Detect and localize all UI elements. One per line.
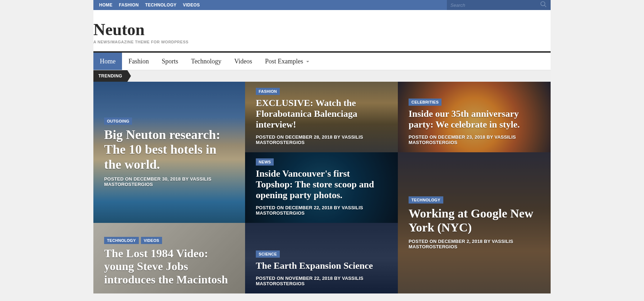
post-tile[interactable]: CELEBRITIES Inside our 35th anniversary … <box>398 82 551 152</box>
topnav-fashion[interactable]: FASHION <box>119 3 138 8</box>
post-tile[interactable]: NEWS Inside Vancouver's first Topshop: T… <box>245 152 398 223</box>
nav-post-examples[interactable]: Post Examples <box>259 53 316 70</box>
nav-fashion[interactable]: Fashion <box>122 53 155 70</box>
search-input[interactable] <box>450 3 540 8</box>
nav-home[interactable]: Home <box>93 53 122 70</box>
site-header: Neuton A NEWS/MAGAZINE THEME FOR WORDPRE… <box>93 10 551 51</box>
post-meta: POSTED ON NOVEMBER 22, 2018 BY VASSILIS … <box>256 276 387 286</box>
post-title: Inside our 35th anniversary party: We ce… <box>409 109 540 130</box>
chevron-down-icon <box>306 58 309 65</box>
post-title: The Lost 1984 Video: young Steve Jobs in… <box>104 247 234 286</box>
category-badge[interactable]: FASHION <box>256 88 280 95</box>
trending-label: TRENDING <box>93 70 127 82</box>
post-meta: POSTED ON DECEMBER 2, 2018 BY VASSILIS M… <box>409 239 540 249</box>
category-badge[interactable]: NEWS <box>256 158 274 166</box>
post-title: The Earth Expansion Science <box>256 261 387 271</box>
category-badge[interactable]: OUTGOING <box>104 118 132 125</box>
site-tagline: A NEWS/MAGAZINE THEME FOR WORDPRESS <box>93 40 551 44</box>
post-meta: POSTED ON DECEMBER 22, 2018 BY VASSILIS … <box>256 205 387 216</box>
svg-line-1 <box>545 5 546 7</box>
post-tile[interactable]: SCIENCE The Earth Expansion Science POST… <box>245 223 398 293</box>
search-icon[interactable] <box>540 1 547 9</box>
category-badge[interactable]: SCIENCE <box>256 250 280 258</box>
post-tile[interactable]: TECHNOLOGY VIDEOS The Lost 1984 Video: y… <box>93 223 245 293</box>
top-nav: HOME FASHION TECHNOLOGY VIDEOS <box>99 3 200 8</box>
topnav-technology[interactable]: TECHNOLOGY <box>145 3 177 8</box>
post-tile[interactable]: FASHION EXCLUSIVE: Watch the Florabotani… <box>245 82 398 152</box>
top-bar: HOME FASHION TECHNOLOGY VIDEOS <box>93 0 551 10</box>
nav-post-examples-label: Post Examples <box>265 58 303 65</box>
search-box <box>447 0 551 10</box>
post-tile-hero[interactable]: OUTGOING Big Neuton research: The 10 bes… <box>93 82 245 223</box>
nav-sports[interactable]: Sports <box>155 53 185 70</box>
post-title: EXCLUSIVE: Watch the Florabotanica Balen… <box>256 98 387 130</box>
trending-bar: TRENDING <box>93 70 551 82</box>
site-title[interactable]: Neuton <box>93 20 551 39</box>
nav-videos[interactable]: Videos <box>228 53 259 70</box>
post-meta: POSTED ON DECEMBER 23, 2018 BY VASSILIS … <box>409 134 540 145</box>
category-badge[interactable]: VIDEOS <box>141 237 162 244</box>
post-title: Inside Vancouver's first Topshop: The st… <box>256 168 387 201</box>
category-badge[interactable]: CELEBRITIES <box>409 99 441 106</box>
category-badge[interactable]: TECHNOLOGY <box>409 196 443 204</box>
featured-grid: OUTGOING Big Neuton research: The 10 bes… <box>93 82 551 293</box>
post-title: Working at Google New York (NYC) <box>409 206 540 234</box>
category-badge[interactable]: TECHNOLOGY <box>104 237 139 244</box>
post-meta: POSTED ON DECEMBER 28, 2018 BY VASSILIS … <box>256 134 387 145</box>
post-meta: POSTED ON DECEMBER 30, 2018 BY VASSILIS … <box>104 176 234 187</box>
main-nav: Home Fashion Sports Technology Videos Po… <box>93 53 551 70</box>
nav-technology[interactable]: Technology <box>185 53 228 70</box>
post-tile[interactable]: TECHNOLOGY Working at Google New York (N… <box>398 152 551 293</box>
topnav-home[interactable]: HOME <box>99 3 112 8</box>
topnav-videos[interactable]: VIDEOS <box>183 3 200 8</box>
post-title: Big Neuton research: The 10 best hotels … <box>104 128 234 172</box>
svg-point-0 <box>541 2 545 6</box>
